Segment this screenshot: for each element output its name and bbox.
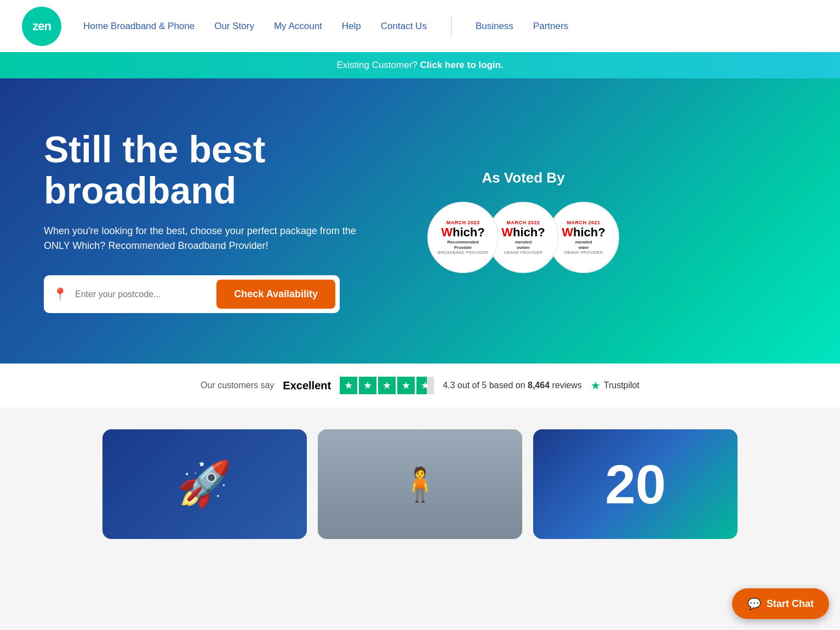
nav-main: Home Broadband & Phone Our Story My Acco…: [83, 15, 818, 37]
hero-right: As Voted By MARCH 2023 Which? Recommende…: [427, 169, 619, 273]
card-person[interactable]: 🧍: [318, 429, 522, 539]
nav-my-account[interactable]: My Account: [274, 21, 322, 32]
star-1: ★: [340, 377, 357, 394]
hero-title: Still the best broadband: [44, 129, 427, 211]
star-3: ★: [378, 377, 396, 394]
hero-subtitle: When you're looking for the best, choose…: [44, 224, 362, 253]
cards-section: 🚀 🧍 20: [92, 407, 749, 561]
rocket-icon: 🚀: [177, 458, 232, 510]
trustpilot-brand: Trustpilot: [604, 381, 639, 390]
star-2: ★: [359, 377, 376, 394]
announcement-text: Existing Customer?: [336, 60, 417, 70]
trustpilot-score: 4.3 out of 5 based on 8,464 reviews: [443, 381, 582, 390]
hero-left: Still the best broadband When you're loo…: [44, 129, 427, 314]
announcement-link[interactable]: Click here to login.: [420, 60, 504, 70]
nav-our-story[interactable]: Our Story: [214, 21, 254, 32]
logo[interactable]: zen: [22, 7, 61, 46]
nav-business[interactable]: Business: [476, 21, 513, 32]
card-number-text: 20: [605, 457, 666, 512]
badge-2023: MARCH 2023 Which? RecommendedProvider BR…: [427, 202, 499, 273]
trustpilot-star-icon: ★: [591, 379, 601, 392]
trustpilot-label: Our customers say: [201, 381, 274, 390]
nav-partners[interactable]: Partners: [533, 21, 568, 32]
postcode-input[interactable]: [73, 285, 211, 304]
search-bar: 📍 Check Availability: [44, 275, 340, 313]
trustpilot-logo: ★ Trustpilot: [591, 379, 639, 392]
nav-secondary: Business Partners: [476, 21, 568, 32]
person-image: 🧍: [318, 429, 522, 539]
nav-home-broadband[interactable]: Home Broadband & Phone: [83, 21, 195, 32]
header: zen Home Broadband & Phone Our Story My …: [0, 0, 840, 52]
card-number[interactable]: 20: [533, 429, 738, 539]
logo-text: zen: [32, 19, 51, 33]
check-availability-button[interactable]: Check Availability: [216, 280, 335, 309]
announcement-bar: Existing Customer? Click here to login.: [0, 52, 840, 78]
nav-contact-us[interactable]: Contact Us: [381, 21, 427, 32]
location-icon: 📍: [53, 287, 67, 302]
trustpilot-bar: Our customers say Excellent ★ ★ ★ ★ ★ 4.…: [0, 364, 840, 407]
card-rocket[interactable]: 🚀: [102, 429, 307, 539]
badges-container: MARCH 2023 Which? RecommendedProvider BR…: [427, 202, 619, 273]
hero-section: Still the best broadband When you're loo…: [0, 78, 840, 364]
star-5-half: ★: [416, 377, 434, 394]
trustpilot-rating-word: Excellent: [283, 379, 331, 392]
trustpilot-stars: ★ ★ ★ ★ ★: [340, 377, 434, 394]
nav-help[interactable]: Help: [342, 21, 361, 32]
nav-divider: [451, 15, 452, 37]
star-4: ★: [397, 377, 415, 394]
as-voted-title: As Voted By: [482, 169, 564, 186]
